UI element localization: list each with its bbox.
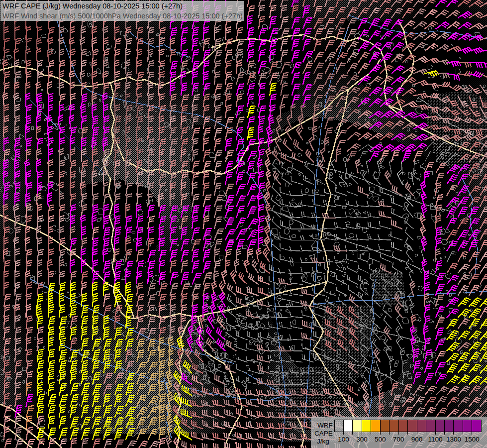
- svg-text:700: 700: [393, 436, 404, 443]
- svg-text:1500: 1500: [465, 436, 480, 443]
- svg-text:100: 100: [338, 436, 349, 443]
- svg-text:1300: 1300: [446, 436, 461, 443]
- svg-text:WRF CAPE (J/kg) Wednesday 08-1: WRF CAPE (J/kg) Wednesday 08-10-2025 15:…: [2, 2, 183, 10]
- svg-text:CAPE: CAPE: [314, 430, 333, 437]
- svg-text:900: 900: [411, 436, 423, 443]
- svg-text:J/kg: J/kg: [317, 438, 329, 445]
- svg-text:500: 500: [375, 436, 386, 443]
- svg-text:1100: 1100: [428, 436, 442, 443]
- svg-text:WRF: WRF: [317, 422, 333, 429]
- svg-text:300: 300: [356, 436, 368, 443]
- svg-text:WRF Wind shear (m/s) 500/1000h: WRF Wind shear (m/s) 500/1000hPa Wednesd…: [2, 12, 243, 20]
